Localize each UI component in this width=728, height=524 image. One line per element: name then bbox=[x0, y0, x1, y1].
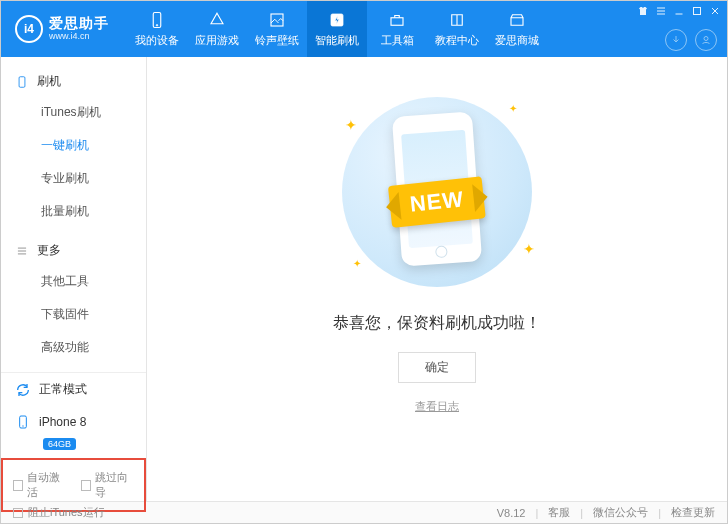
nav-apps-games[interactable]: 应用游戏 bbox=[187, 1, 247, 57]
svg-rect-7 bbox=[19, 76, 25, 87]
device-row[interactable]: iPhone 8 bbox=[1, 406, 146, 438]
sidebar-item-pro-flash[interactable]: 专业刷机 bbox=[1, 162, 146, 195]
nav-ringtones[interactable]: 铃声壁纸 bbox=[247, 1, 307, 57]
svg-rect-2 bbox=[271, 14, 283, 26]
sidebar-group-more[interactable]: 更多 bbox=[1, 236, 146, 265]
svg-rect-4 bbox=[391, 17, 403, 25]
main-nav: 我的设备 应用游戏 铃声壁纸 智能刷机 工具箱 教程中心 爱思商城 bbox=[127, 1, 547, 57]
nav-my-device[interactable]: 我的设备 bbox=[127, 1, 187, 57]
toolbox-icon bbox=[388, 11, 406, 29]
svg-point-9 bbox=[22, 425, 23, 426]
nav-smart-flash[interactable]: 智能刷机 bbox=[307, 1, 367, 57]
download-button[interactable] bbox=[665, 29, 687, 51]
storage-badge: 64GB bbox=[43, 438, 76, 450]
window-controls bbox=[637, 5, 721, 17]
book-icon bbox=[448, 11, 466, 29]
refresh-icon bbox=[15, 382, 31, 398]
footer-wechat[interactable]: 微信公众号 bbox=[593, 505, 648, 520]
sidebar-checkboxes: 自动激活 跳过向导 bbox=[1, 458, 146, 512]
sidebar: 刷机 iTunes刷机 一键刷机 专业刷机 批量刷机 更多 其他工具 下载固件 … bbox=[1, 57, 147, 501]
view-log-link[interactable]: 查看日志 bbox=[415, 399, 459, 414]
chk-auto-activate[interactable]: 自动激活 bbox=[13, 470, 67, 500]
mode-label: 正常模式 bbox=[39, 381, 87, 398]
minimize-icon[interactable] bbox=[673, 5, 685, 17]
phone-icon bbox=[148, 11, 166, 29]
sidebar-group-flash[interactable]: 刷机 bbox=[1, 67, 146, 96]
sidebar-item-itunes-flash[interactable]: iTunes刷机 bbox=[1, 96, 146, 129]
list-icon bbox=[15, 244, 29, 258]
sidebar-item-batch-flash[interactable]: 批量刷机 bbox=[1, 195, 146, 228]
device-icon bbox=[15, 414, 31, 430]
sidebar-item-download-fw[interactable]: 下载固件 bbox=[1, 298, 146, 331]
flash-icon bbox=[328, 11, 346, 29]
app-header: i4 爱思助手 www.i4.cn 我的设备 应用游戏 铃声壁纸 智能刷机 工具… bbox=[1, 1, 727, 57]
close-icon[interactable] bbox=[709, 5, 721, 17]
logo-icon: i4 bbox=[15, 15, 43, 43]
svg-point-6 bbox=[704, 37, 708, 41]
storage-row: 64GB bbox=[1, 438, 146, 458]
maximize-icon[interactable] bbox=[691, 5, 703, 17]
device-status-panel: 正常模式 iPhone 8 64GB bbox=[1, 372, 146, 458]
phone-outline-icon bbox=[15, 75, 29, 89]
chk-block-itunes[interactable]: 阻止iTunes运行 bbox=[13, 505, 105, 520]
nav-tutorials[interactable]: 教程中心 bbox=[427, 1, 487, 57]
mode-row[interactable]: 正常模式 bbox=[1, 373, 146, 406]
brand-sub: www.i4.cn bbox=[49, 32, 109, 42]
svg-point-1 bbox=[156, 24, 158, 26]
svg-rect-5 bbox=[694, 8, 701, 15]
nav-toolbox[interactable]: 工具箱 bbox=[367, 1, 427, 57]
brand-name: 爱思助手 bbox=[49, 16, 109, 31]
app-logo: i4 爱思助手 www.i4.cn bbox=[15, 15, 109, 43]
sidebar-item-oneclick-flash[interactable]: 一键刷机 bbox=[1, 129, 146, 162]
apps-icon bbox=[208, 11, 226, 29]
menu-icon[interactable] bbox=[655, 5, 667, 17]
main-panel: NEW ✦✦✦✦ 恭喜您，保资料刷机成功啦！ 确定 查看日志 bbox=[147, 57, 727, 501]
chk-skip-wizard[interactable]: 跳过向导 bbox=[81, 470, 135, 500]
version-label: V8.12 bbox=[497, 507, 526, 519]
ok-button[interactable]: 确定 bbox=[398, 352, 476, 383]
header-actions bbox=[665, 29, 717, 51]
sidebar-item-other-tools[interactable]: 其他工具 bbox=[1, 265, 146, 298]
success-illustration: NEW ✦✦✦✦ bbox=[327, 97, 547, 287]
success-message: 恭喜您，保资料刷机成功啦！ bbox=[333, 313, 541, 334]
tshirt-icon[interactable] bbox=[637, 5, 649, 17]
wallpaper-icon bbox=[268, 11, 286, 29]
nav-store[interactable]: 爱思商城 bbox=[487, 1, 547, 57]
device-name: iPhone 8 bbox=[39, 415, 86, 429]
user-button[interactable] bbox=[695, 29, 717, 51]
store-icon bbox=[508, 11, 526, 29]
footer-support[interactable]: 客服 bbox=[548, 505, 570, 520]
sidebar-item-advanced[interactable]: 高级功能 bbox=[1, 331, 146, 364]
footer-update[interactable]: 检查更新 bbox=[671, 505, 715, 520]
